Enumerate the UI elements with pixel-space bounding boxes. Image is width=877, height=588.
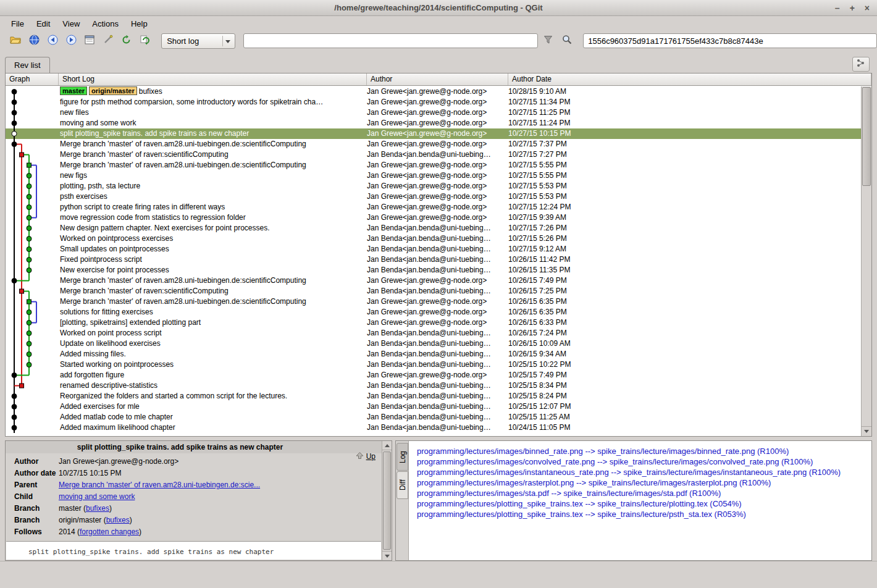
diff-file-line[interactable]: programming/lectures/images/sta.pdf --> …: [417, 488, 870, 498]
commit-row[interactable]: masterorigin/masterbufixesJan Grewe<jan.…: [6, 86, 861, 97]
commit-row[interactable]: add forgotten figureJan Grewe<jan.grewe@…: [6, 370, 861, 380]
commit-row[interactable]: new filesJan Grewe<jan.grewe@g-node.org>…: [6, 107, 861, 118]
commit-date: 10/27/15 12:24 PM: [508, 202, 861, 212]
commit-graph-cell: [6, 181, 59, 191]
commit-row[interactable]: moving and some workJan Grewe<jan.grewe@…: [6, 118, 861, 128]
tab-rev-list[interactable]: Rev list: [5, 57, 50, 73]
detail-scrollbar[interactable]: [382, 441, 392, 560]
commit-row[interactable]: Fixed pointprocess scriptJan Benda<jan.b…: [6, 254, 861, 265]
column-header-short-log[interactable]: Short Log: [59, 74, 367, 85]
back-button[interactable]: [44, 33, 61, 49]
diff-tab-log[interactable]: Log: [397, 443, 408, 471]
commit-row[interactable]: New exercise for point processesJan Bend…: [6, 265, 861, 275]
commit-date: 10/26/15 7:49 PM: [508, 275, 861, 286]
commit-row[interactable]: renamed descriptive-statisticsJan Benda<…: [6, 380, 861, 391]
commit-author: Jan Benda<jan.benda@uni-tuebing…: [367, 265, 508, 275]
commit-row[interactable]: [plotting, spiketrains] extended plottin…: [6, 317, 861, 328]
diff-file-line[interactable]: programming/lectures/images/convolved_ra…: [417, 456, 870, 467]
column-header-author-date[interactable]: Author Date: [508, 74, 871, 85]
detail-link[interactable]: bufixes: [86, 504, 109, 513]
web-view-button[interactable]: [26, 33, 43, 49]
commit-row[interactable]: Merge branch 'master' of raven.am28.uni-…: [6, 296, 861, 307]
highlight-button[interactable]: [99, 33, 116, 49]
detail-value: moving and some work: [59, 491, 381, 503]
commit-row[interactable]: Merge branch 'master' of raven:scientifi…: [6, 286, 861, 296]
diff-file-line[interactable]: programming/lectures/images/instantaneou…: [417, 467, 870, 477]
sha-input[interactable]: [583, 33, 877, 48]
commit-row[interactable]: solutions for fitting exercisesJan Grewe…: [6, 307, 861, 317]
scroll-down-button[interactable]: [862, 426, 871, 436]
diff-file-line[interactable]: programming/lectures/plotting_spike_trai…: [417, 498, 870, 509]
detail-scroll-up-button[interactable]: [382, 441, 392, 450]
table-scrollbar[interactable]: [861, 86, 871, 436]
commit-row[interactable]: Worked on point process scriptJan Benda<…: [6, 328, 861, 338]
menu-edit[interactable]: Edit: [30, 17, 56, 30]
commit-row[interactable]: Merge branch 'master' of raven.am28.uni-…: [6, 275, 861, 286]
commit-subject: add forgotten figure: [59, 370, 367, 380]
commit-row[interactable]: Added exercises for mleJan Benda<jan.ben…: [6, 401, 861, 412]
commit-row[interactable]: new figsJan Grewe<jan.grewe@g-node.org>1…: [6, 170, 861, 181]
commit-row[interactable]: New design pattern chapter. Next exercis…: [6, 223, 861, 233]
menu-actions[interactable]: Actions: [86, 17, 125, 30]
detail-link[interactable]: bufixes: [106, 516, 130, 524]
open-repository-button[interactable]: [7, 33, 24, 49]
commit-row[interactable]: Added matlab code to mle chapterJan Bend…: [6, 412, 861, 422]
detail-scrollbar-thumb[interactable]: [383, 452, 391, 550]
commit-row[interactable]: Merge branch 'master' of raven.am28.uni-…: [6, 139, 861, 149]
diff-file-line[interactable]: programming/lectures/images/binned_rate.…: [417, 446, 870, 456]
commit-row[interactable]: Update on likelihood exercisesJan Benda<…: [6, 338, 861, 349]
highlight-search-button[interactable]: [558, 33, 575, 49]
menu-view[interactable]: View: [56, 17, 86, 30]
commit-date: 10/26/15 9:34 AM: [508, 349, 861, 359]
commit-graph-cell: [6, 338, 59, 349]
commit-subject: new files: [59, 107, 367, 118]
commit-row[interactable]: plotting, psth, sta lectureJan Grewe<jan…: [6, 181, 861, 191]
maximize-button[interactable]: +: [850, 0, 855, 16]
detail-link[interactable]: Merge branch 'master' of raven.am28.uni-…: [59, 481, 260, 489]
detail-link[interactable]: forgotten changes: [80, 527, 139, 536]
commit-row[interactable]: Started working on pointprocessesJan Ben…: [6, 359, 861, 370]
refresh-button[interactable]: [118, 33, 135, 49]
commit-row[interactable]: Merge branch 'master' of raven:scientifi…: [6, 149, 861, 160]
tree-view-icon: [85, 35, 94, 47]
commit-row[interactable]: Added maximum likelihood chapterJan Bend…: [6, 422, 861, 433]
commit-row[interactable]: Merge branch 'master' of raven.am28.uni-…: [6, 160, 861, 170]
diff-file-line[interactable]: programming/lectures/plotting_spike_trai…: [417, 509, 870, 519]
forward-button[interactable]: [63, 33, 80, 49]
filter-button[interactable]: [540, 33, 556, 49]
column-header-graph[interactable]: Graph: [6, 74, 59, 85]
commit-row[interactable]: figure for psth method comparsion, some …: [6, 97, 861, 107]
commit-row[interactable]: psth exercisesJan Grewe<jan.grewe@g-node…: [6, 191, 861, 202]
commit-row[interactable]: move regression code from statistics to …: [6, 212, 861, 223]
commit-subject: Added exercises for mle: [59, 401, 367, 412]
tree-view-button[interactable]: [82, 33, 98, 49]
view-select[interactable]: Short log: [161, 33, 235, 49]
commit-row[interactable]: Worked on pointprocess exercisesJan Bend…: [6, 233, 861, 244]
commit-row[interactable]: Added missing files.Jan Benda<jan.benda@…: [6, 349, 861, 359]
detail-value: master (bufixes): [59, 503, 381, 514]
commit-row[interactable]: Small updates on pointprocessesJan Benda…: [6, 244, 861, 254]
detail-label: Parent: [6, 479, 59, 491]
filter-input[interactable]: [243, 33, 539, 48]
commit-row[interactable]: split plotting_spike trains. add spike t…: [6, 128, 861, 139]
reload-repository-button[interactable]: [136, 33, 153, 49]
detail-link[interactable]: moving and some work: [59, 492, 135, 501]
diff-file-line[interactable]: programming/lectures/images/rasterplot.p…: [417, 477, 870, 488]
commit-row[interactable]: python script to create firing rates in …: [6, 202, 861, 212]
ref-tag-origin/master: origin/master: [89, 86, 137, 95]
menu-file[interactable]: File: [5, 17, 30, 30]
commit-message: split plotting_spike trains. add spike t…: [6, 541, 381, 560]
minimize-button[interactable]: –: [835, 0, 840, 16]
commit-row[interactable]: Reorganized the folders and started a co…: [6, 391, 861, 401]
triangle-up-icon: [385, 444, 390, 447]
lanes-toggle-button[interactable]: [852, 57, 870, 72]
detail-label: Author: [6, 456, 59, 468]
diff-tab-diff[interactable]: Diff: [397, 471, 408, 499]
detail-scroll-down-button[interactable]: [382, 551, 392, 560]
commit-detail-panel: split plotting_spike trains. add spike t…: [5, 440, 392, 561]
menu-help[interactable]: Help: [125, 17, 154, 30]
column-header-author[interactable]: Author: [367, 74, 508, 85]
scrollbar-thumb[interactable]: [862, 87, 871, 186]
close-button[interactable]: ×: [865, 0, 870, 16]
commit-date: 10/26/15 6:33 PM: [508, 317, 861, 328]
